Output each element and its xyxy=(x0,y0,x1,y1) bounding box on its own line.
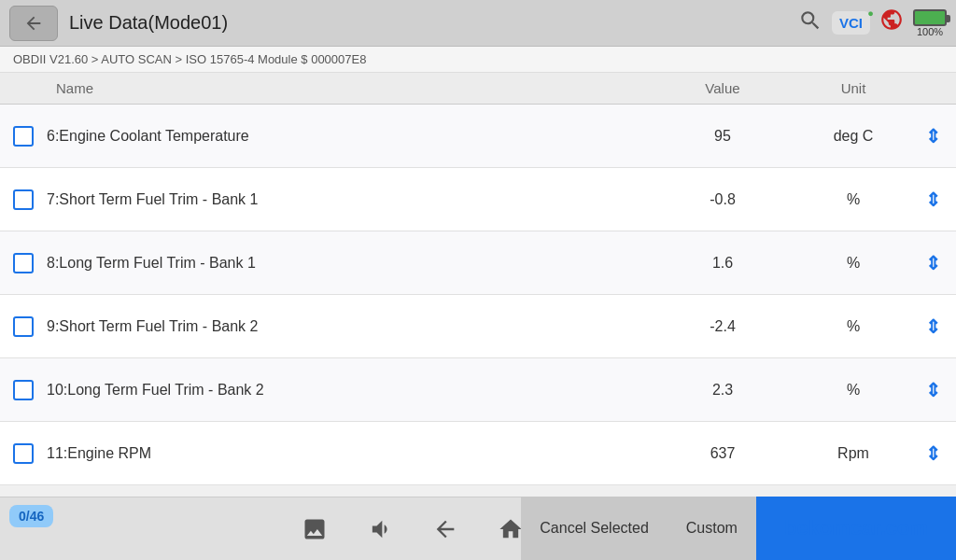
row-expand-8[interactable]: ⇕ xyxy=(909,252,956,274)
expand-icon-6[interactable]: ⇕ xyxy=(925,125,941,147)
back-button[interactable] xyxy=(9,6,58,41)
battery-percent: 100% xyxy=(917,26,943,37)
battery-indicator: 100% xyxy=(913,9,947,37)
vci-badge: VCI ● xyxy=(832,11,870,35)
table-row: 9:Short Term Fuel Trim - Bank 2 -2.4 % ⇕ xyxy=(0,295,956,358)
expand-icon-10[interactable]: ⇕ xyxy=(925,379,941,401)
header-icons: VCI ● 100% xyxy=(798,7,947,38)
checkbox-10[interactable] xyxy=(13,380,34,400)
column-unit-header: Unit xyxy=(797,80,909,96)
row-expand-11[interactable]: ⇕ xyxy=(909,442,956,465)
site-button[interactable]: bekomcar.com xyxy=(756,497,956,560)
row-checkbox-8[interactable] xyxy=(0,253,47,273)
row-checkbox-9[interactable] xyxy=(0,316,47,337)
row-value-9: -2.4 xyxy=(648,318,797,335)
row-expand-10[interactable]: ⇕ xyxy=(909,379,956,401)
row-unit-7: % xyxy=(797,191,909,208)
back-nav-icon[interactable] xyxy=(413,497,478,561)
table-row: 6:Engine Coolant Temperature 95 deg C ⇕ xyxy=(0,105,956,168)
expand-icon-9[interactable]: ⇕ xyxy=(925,315,941,338)
row-expand-9[interactable]: ⇕ xyxy=(909,315,956,338)
table-row: 7:Short Term Fuel Trim - Bank 1 -0.8 % ⇕ xyxy=(0,168,956,231)
page-title: Live Data(Mode01) xyxy=(69,12,798,34)
globe-icon[interactable] xyxy=(879,7,904,38)
row-label-8: 8:Long Term Fuel Trim - Bank 1 xyxy=(47,255,648,272)
checkbox-6[interactable] xyxy=(13,126,34,147)
row-label-6: 6:Engine Coolant Temperature xyxy=(47,128,648,145)
checkbox-7[interactable] xyxy=(13,189,34,210)
row-value-8: 1.6 xyxy=(648,255,797,272)
custom-button[interactable]: Custom xyxy=(668,497,756,560)
column-value-header: Value xyxy=(648,80,797,96)
row-value-6: 95 xyxy=(648,128,797,145)
row-label-9: 9:Short Term Fuel Trim - Bank 2 xyxy=(47,318,648,335)
row-unit-10: % xyxy=(797,382,909,399)
checkbox-8[interactable] xyxy=(13,253,34,273)
table-row: 11:Engine RPM 637 Rpm ⇕ xyxy=(0,422,956,485)
row-value-7: -0.8 xyxy=(648,191,797,208)
bottom-bar: 0/46 Cancel Selected Custom bekomcar.com xyxy=(0,497,956,560)
expand-icon-8[interactable]: ⇕ xyxy=(925,252,941,274)
table-row: 8:Long Term Fuel Trim - Bank 1 1.6 % ⇕ xyxy=(0,231,956,295)
battery-icon xyxy=(913,9,947,26)
back-icon xyxy=(23,13,44,34)
row-unit-6: deg C xyxy=(797,128,909,145)
row-label-11: 11:Engine RPM xyxy=(47,445,648,462)
bottom-actions: Cancel Selected Custom bekomcar.com xyxy=(521,497,956,560)
row-checkbox-11[interactable] xyxy=(0,443,47,464)
row-unit-8: % xyxy=(797,255,909,272)
row-expand-6[interactable]: ⇕ xyxy=(909,125,956,147)
checkbox-11[interactable] xyxy=(13,443,34,464)
header: Live Data(Mode01) VCI ● 100% xyxy=(0,0,956,47)
table-body: 6:Engine Coolant Temperature 95 deg C ⇕ … xyxy=(0,105,956,485)
expand-icon-7[interactable]: ⇕ xyxy=(925,189,941,211)
count-badge: 0/46 xyxy=(9,505,53,527)
volume-down-icon[interactable] xyxy=(347,497,413,561)
column-action-header xyxy=(909,80,956,96)
checkbox-9[interactable] xyxy=(13,316,34,337)
expand-icon-11[interactable]: ⇕ xyxy=(925,442,941,465)
site-label: bekomcar.com xyxy=(784,516,928,540)
row-label-7: 7:Short Term Fuel Trim - Bank 1 xyxy=(47,191,648,208)
row-unit-11: Rpm xyxy=(797,445,909,462)
column-name-header: Name xyxy=(0,80,648,96)
row-checkbox-7[interactable] xyxy=(0,189,47,210)
row-label-10: 10:Long Term Fuel Trim - Bank 2 xyxy=(47,382,648,399)
search-icon[interactable] xyxy=(798,8,822,38)
row-value-11: 637 xyxy=(648,445,797,462)
table-header: Name Value Unit xyxy=(0,73,956,105)
gallery-icon[interactable] xyxy=(282,497,347,561)
row-checkbox-6[interactable] xyxy=(0,126,47,147)
table-row: 10:Long Term Fuel Trim - Bank 2 2.3 % ⇕ xyxy=(0,358,956,422)
row-expand-7[interactable]: ⇕ xyxy=(909,189,956,211)
row-checkbox-10[interactable] xyxy=(0,380,47,400)
breadcrumb: OBDII V21.60 > AUTO SCAN > ISO 15765-4 M… xyxy=(0,47,956,73)
cancel-selected-button[interactable]: Cancel Selected xyxy=(521,497,668,560)
wifi-icon: ● xyxy=(867,7,874,19)
row-value-10: 2.3 xyxy=(648,382,797,399)
row-unit-9: % xyxy=(797,318,909,335)
